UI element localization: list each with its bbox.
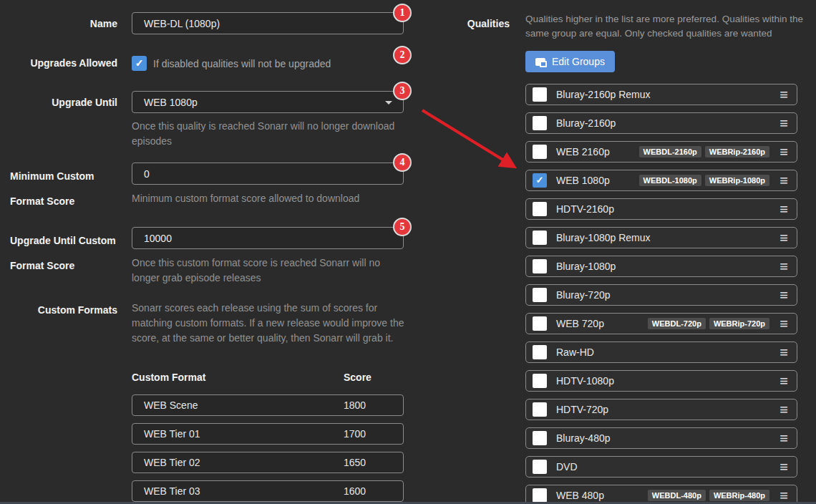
quality-badge: WEBDL-2160p [639,146,701,158]
quality-checkbox[interactable] [533,431,547,445]
minimum-custom-format-score-label: Minimum Custom Format Score [10,164,132,214]
quality-checkbox[interactable] [533,116,547,130]
quality-item[interactable]: WEB 2160pWEBDL-2160pWEBRip-2160p≡ [525,141,797,163]
quality-checkbox[interactable] [533,345,547,359]
quality-name: HDTV-2160p [556,203,614,215]
quality-item[interactable]: HDTV-1080p≡ [525,370,797,392]
quality-name: HDTV-720p [556,404,608,415]
minimum-custom-format-score-label-line2: Format Score [10,189,132,214]
quality-badges: WEBDL-1080pWEBRip-1080p [639,175,769,186]
custom-format-name: WEB Tier 03 [132,485,200,497]
quality-item[interactable]: HDTV-720p≡ [525,399,797,420]
quality-checkbox[interactable]: ✓ [533,173,547,188]
edit-groups-button[interactable]: Edit Groups [525,51,615,72]
drag-handle-icon[interactable]: ≡ [776,170,792,190]
drag-handle-icon[interactable]: ≡ [776,314,792,334]
drag-handle-icon[interactable]: ≡ [776,399,792,420]
quality-item[interactable]: Raw-HD≡ [525,341,797,363]
upgrade-until-label: Upgrade Until [0,97,117,108]
quality-badge: WEBDL-720p [648,318,706,329]
upgrade-until-value: WEB 1080p [144,97,198,108]
upgrade-until-select[interactable]: WEB 1080p [132,91,404,113]
quality-item[interactable]: Bluray-1080p Remux≡ [525,227,797,248]
custom-format-score: 1800 [344,399,366,411]
quality-checkbox[interactable] [533,374,547,388]
drag-handle-icon[interactable]: ≡ [776,199,792,219]
quality-checkbox[interactable] [533,402,547,417]
quality-checkbox[interactable] [533,231,547,245]
custom-format-row[interactable]: WEB Tier 021650 [132,452,404,473]
quality-badges: WEBDL-480pWEBRip-480p [648,490,769,501]
minimum-custom-format-score-label-line1: Minimum Custom [10,164,132,189]
upgrade-until-custom-format-score-label: Upgrade Until Custom Format Score [10,228,132,278]
quality-name: Bluray-2160p [556,117,616,129]
drag-handle-icon[interactable]: ≡ [776,428,792,448]
drag-handle-icon[interactable]: ≡ [776,256,792,276]
quality-name: Bluray-2160p Remux [556,89,651,100]
callout-circle-5: 5 [393,218,412,236]
quality-item[interactable]: Bluray-2160p Remux≡ [525,84,797,105]
quality-checkbox[interactable] [533,488,547,503]
minimum-custom-format-score-input[interactable] [132,163,404,185]
quality-checkbox[interactable] [533,145,547,159]
quality-item[interactable]: WEB 720pWEBDL-720pWEBRip-720p≡ [525,313,797,334]
qualities-list: Bluray-2160p Remux≡Bluray-2160p≡WEB 2160… [525,84,797,504]
quality-item[interactable]: DVD≡ [525,456,797,478]
quality-checkbox[interactable] [533,316,547,331]
drag-handle-icon[interactable]: ≡ [776,228,792,248]
quality-checkbox[interactable] [533,460,547,474]
name-label: Name [0,18,117,29]
quality-name: WEB 720p [556,318,604,329]
upgrade-until-help: Once this quality is reached Sonarr will… [132,119,404,149]
quality-checkbox[interactable] [533,259,547,273]
quality-name: DVD [556,461,578,472]
drag-handle-icon[interactable]: ≡ [776,342,792,362]
quality-item[interactable]: Bluray-480p≡ [525,427,797,449]
quality-checkbox[interactable] [533,288,547,302]
upgrade-until-custom-format-score-label-line2: Format Score [10,253,132,278]
custom-format-score: 1600 [344,485,366,497]
object-group-icon [535,58,545,66]
drag-handle-icon[interactable]: ≡ [776,113,792,133]
quality-checkbox[interactable] [533,87,547,102]
quality-item[interactable]: Bluray-720p≡ [525,284,797,306]
name-input[interactable] [132,12,404,34]
drag-handle-icon[interactable]: ≡ [776,285,792,305]
qualities-label: Qualities [392,18,510,29]
custom-format-row[interactable]: WEB Tier 031600 [132,480,404,502]
quality-item[interactable]: Bluray-1080p≡ [525,256,797,277]
drag-handle-icon[interactable]: ≡ [776,84,792,105]
quality-profile-editor: Name Upgrades Allowed Upgrade Until Mini… [0,0,816,504]
quality-item[interactable]: HDTV-2160p≡ [525,198,797,220]
quality-item[interactable]: Bluray-2160p≡ [525,112,797,134]
drag-handle-icon[interactable]: ≡ [776,142,792,162]
quality-name: WEB 1080p [556,175,610,186]
minimum-custom-format-score-help: Minimum custom format score allowed to d… [132,191,404,206]
upgrades-allowed-checkbox-text: If disabled qualities will not be upgrad… [153,58,331,69]
quality-name: Raw-HD [556,346,594,358]
edit-groups-button-label: Edit Groups [552,56,605,67]
custom-format-name: WEB Tier 01 [132,428,200,440]
drag-handle-icon[interactable]: ≡ [776,457,792,477]
quality-item[interactable]: ✓WEB 1080pWEBDL-1080pWEBRip-1080p≡ [525,170,797,191]
quality-item[interactable]: WEB 480pWEBDL-480pWEBRip-480p≡ [525,485,797,504]
quality-badge: WEBRip-480p [709,490,769,501]
custom-format-score: 1650 [344,457,366,468]
annotation-arrow [419,106,526,178]
custom-format-row[interactable]: WEB Tier 011700 [132,423,404,445]
upgrades-allowed-checkbox[interactable]: ✓ [132,56,147,71]
upgrade-until-custom-format-score-input[interactable] [132,227,404,249]
upgrade-until-custom-format-score-help: Once this custom format score is reached… [132,256,404,286]
custom-formats-list: WEB Scene1800WEB Tier 011700WEB Tier 021… [132,394,404,504]
quality-name: WEB 2160p [556,146,610,158]
quality-badges: WEBDL-720pWEBRip-720p [648,318,769,329]
quality-badge: WEBDL-480p [648,490,706,501]
chevron-down-icon [385,101,392,105]
drag-handle-icon[interactable]: ≡ [776,371,792,391]
custom-format-name: WEB Tier 02 [132,457,200,468]
custom-format-name: WEB Scene [132,399,198,411]
callout-circle-4: 4 [393,153,412,172]
callout-circle-2: 2 [393,46,412,64]
custom-format-row[interactable]: WEB Scene1800 [132,394,404,416]
quality-checkbox[interactable] [533,202,547,216]
